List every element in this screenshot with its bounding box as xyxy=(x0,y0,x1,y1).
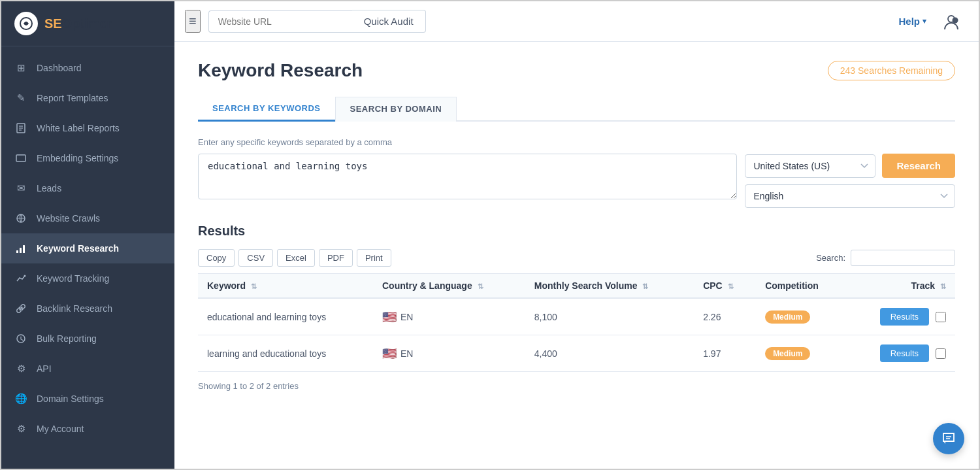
topbar: ≡ Quick Audit Help ▾ xyxy=(174,1,979,42)
svg-rect-9 xyxy=(23,245,25,253)
col-cpc: CPC ⇅ xyxy=(694,274,756,299)
sort-icon-volume[interactable]: ⇅ xyxy=(642,282,648,291)
lang-1: EN xyxy=(400,312,413,322)
api-icon: ⚙ xyxy=(14,362,27,375)
user-avatar[interactable] xyxy=(939,10,963,33)
track-checkbox-1[interactable] xyxy=(936,312,946,322)
results-section: Results Copy CSV Excel PDF Print Search: xyxy=(198,224,955,391)
svg-rect-8 xyxy=(20,248,22,253)
sidebar-logo: SEOptimer xyxy=(1,1,174,46)
track-checkbox-2[interactable] xyxy=(936,348,946,359)
keyword-research-icon xyxy=(14,242,27,255)
lang-2: EN xyxy=(400,348,413,359)
results-title: Results xyxy=(198,224,955,239)
cell-country-1: 🇺🇸 EN xyxy=(373,298,525,335)
excel-button[interactable]: Excel xyxy=(277,249,315,267)
table-toolbar: Copy CSV Excel PDF Print Search: xyxy=(198,249,955,267)
sidebar-item-embedding-settings[interactable]: Embedding Settings xyxy=(1,143,174,173)
sidebar-item-my-account[interactable]: ⚙ My Account xyxy=(1,414,174,444)
svg-rect-5 xyxy=(16,155,25,161)
sort-icon-keyword[interactable]: ⇅ xyxy=(251,282,257,291)
leads-icon: ✉ xyxy=(14,182,27,195)
competition-badge-1: Medium xyxy=(765,311,810,324)
content-header: Keyword Research 243 Searches Remaining xyxy=(198,60,955,81)
sort-icon-country[interactable]: ⇅ xyxy=(478,282,483,291)
sidebar-item-website-crawls[interactable]: Website Crawls xyxy=(1,203,174,233)
sidebar-item-dashboard[interactable]: ⊞ Dashboard xyxy=(1,53,174,83)
sidebar-item-domain-settings[interactable]: 🌐 Domain Settings xyxy=(1,384,174,414)
bulk-reporting-icon xyxy=(14,332,27,345)
white-label-icon xyxy=(14,122,27,135)
help-label: Help xyxy=(898,16,920,27)
content-area: Keyword Research 243 Searches Remaining … xyxy=(174,42,979,469)
sidebar-item-report-templates[interactable]: ✎ Report Templates xyxy=(1,83,174,113)
sidebar-item-keyword-tracking[interactable]: Keyword Tracking xyxy=(1,263,174,294)
cell-volume-1: 8,100 xyxy=(525,298,694,335)
competition-badge-2: Medium xyxy=(765,347,810,360)
search-tabs: SEARCH BY KEYWORDS SEARCH BY DOMAIN xyxy=(198,97,955,122)
flag-icon-1: 🇺🇸 xyxy=(382,310,397,324)
results-button-1[interactable]: Results xyxy=(880,308,929,326)
search-input-row: educational and learning toys United Sta… xyxy=(198,154,955,208)
search-label: Search: xyxy=(816,253,845,263)
sort-icon-track[interactable]: ⇅ xyxy=(940,282,946,291)
sidebar-item-api[interactable]: ⚙ API xyxy=(1,354,174,384)
sidebar-item-label: API xyxy=(37,363,52,374)
sidebar-item-white-label-reports[interactable]: White Label Reports xyxy=(1,113,174,143)
table-search-input[interactable] xyxy=(851,250,955,266)
country-select[interactable]: United States (US) United Kingdom (UK) C… xyxy=(745,154,875,178)
chat-bubble[interactable] xyxy=(933,423,964,454)
quick-audit-button[interactable]: Quick Audit xyxy=(352,10,426,33)
my-account-icon: ⚙ xyxy=(14,422,27,435)
copy-button[interactable]: Copy xyxy=(198,249,235,267)
country-language-row: United States (US) United Kingdom (UK) C… xyxy=(745,154,955,178)
searches-remaining-badge: 243 Searches Remaining xyxy=(828,61,955,80)
keyword-textarea[interactable]: educational and learning toys xyxy=(198,154,737,199)
embedding-icon xyxy=(14,152,27,165)
sidebar-item-label: Leads xyxy=(37,183,61,193)
main-area: ≡ Quick Audit Help ▾ Keyword Research 24… xyxy=(174,1,979,469)
hamburger-button[interactable]: ≡ xyxy=(185,10,201,33)
table-row: educational and learning toys 🇺🇸 EN 8,10… xyxy=(198,298,955,335)
sidebar-item-bulk-reporting[interactable]: Bulk Reporting xyxy=(1,324,174,354)
sidebar-item-leads[interactable]: ✉ Leads xyxy=(1,173,174,203)
sort-icon-cpc[interactable]: ⇅ xyxy=(728,282,734,291)
sidebar-item-keyword-research[interactable]: Keyword Research xyxy=(1,233,174,263)
tab-search-by-domain[interactable]: SEARCH BY DOMAIN xyxy=(335,97,457,122)
sidebar-item-label: Website Crawls xyxy=(37,213,100,224)
pdf-button[interactable]: PDF xyxy=(319,249,353,267)
cell-track-2: Results xyxy=(847,335,955,371)
sidebar-item-backlink-research[interactable]: Backlink Research xyxy=(1,294,174,324)
page-title: Keyword Research xyxy=(198,60,363,81)
search-controls: United States (US) United Kingdom (UK) C… xyxy=(745,154,955,208)
sidebar-item-label: White Label Reports xyxy=(37,123,120,133)
table-actions: Copy CSV Excel PDF Print xyxy=(198,249,391,267)
keyword-tracking-icon xyxy=(14,272,27,285)
website-url-input[interactable] xyxy=(208,10,352,33)
results-button-2[interactable]: Results xyxy=(880,344,929,362)
cell-cpc-2: 1.97 xyxy=(694,335,756,372)
sidebar-item-label: Domain Settings xyxy=(37,394,104,404)
brand-name: SEOptimer xyxy=(44,16,112,31)
cell-keyword-1: educational and learning toys xyxy=(198,298,373,335)
url-search-wrapper: Quick Audit xyxy=(208,10,426,33)
help-button[interactable]: Help ▾ xyxy=(898,16,926,27)
tab-search-by-keywords[interactable]: SEARCH BY KEYWORDS xyxy=(198,97,335,122)
sidebar-item-label: Embedding Settings xyxy=(37,153,118,163)
cell-volume-2: 4,400 xyxy=(525,335,694,372)
research-button[interactable]: Research xyxy=(882,154,955,178)
col-track: Track ⇅ xyxy=(847,274,955,299)
col-keyword: Keyword ⇅ xyxy=(198,274,373,299)
table-row: learning and educational toys 🇺🇸 EN 4,40… xyxy=(198,335,955,372)
help-chevron-icon: ▾ xyxy=(923,17,926,25)
col-monthly-search-volume: Monthly Search Volume ⇅ xyxy=(525,274,694,299)
language-select[interactable]: English Spanish French German xyxy=(745,184,955,208)
cell-competition-2: Medium xyxy=(756,335,847,372)
results-table: Keyword ⇅ Country & Language ⇅ Monthly S… xyxy=(198,273,955,372)
domain-settings-icon: 🌐 xyxy=(14,392,27,405)
table-search: Search: xyxy=(816,250,955,266)
cell-country-2: 🇺🇸 EN xyxy=(373,335,525,372)
cell-keyword-2: learning and educational toys xyxy=(198,335,373,372)
csv-button[interactable]: CSV xyxy=(238,249,273,267)
print-button[interactable]: Print xyxy=(357,249,391,267)
